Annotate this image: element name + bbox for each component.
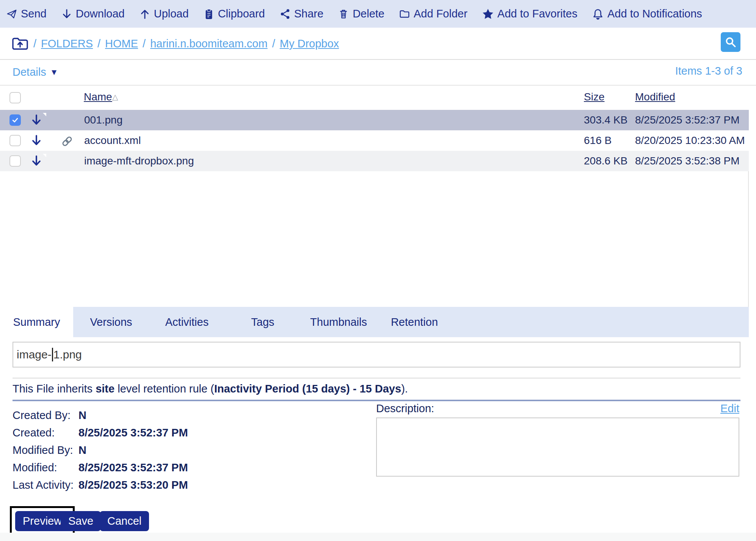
add-to-notifications-button[interactable]: Add to Notifications — [592, 8, 702, 20]
download-button[interactable]: Download — [61, 8, 125, 20]
meta-label: Created: — [13, 427, 78, 439]
upload-button[interactable]: Upload — [139, 8, 189, 20]
select-all-checkbox[interactable] — [9, 92, 21, 103]
breadcrumb-link-user[interactable]: harini.n.boomiteam.com — [150, 38, 267, 50]
filename-text-after-caret: 1.png — [53, 348, 82, 361]
meta-value: 8/25/2025 3:52:37 PM — [78, 461, 188, 474]
breadcrumb-separator: / — [143, 38, 146, 50]
delete-label: Delete — [353, 8, 384, 20]
filename-text-before-caret: image- — [17, 348, 52, 361]
breadcrumb-separator: / — [97, 38, 100, 50]
star-icon — [482, 8, 494, 20]
add-to-favorites-label: Add to Favorites — [497, 8, 577, 20]
add-folder-button[interactable]: Add Folder — [399, 8, 467, 20]
retention-note-text: ). — [401, 383, 408, 395]
mft-file-manager: Send Download Upload Clipboard Share Del… — [0, 0, 756, 541]
meta-label: Modified: — [13, 461, 78, 474]
cancel-button[interactable]: Cancel — [100, 511, 149, 531]
tab-retention[interactable]: Retention — [376, 307, 452, 337]
row-checkbox[interactable] — [9, 155, 21, 167]
meta-label: Last Activity: — [13, 479, 78, 491]
trash-icon — [338, 8, 349, 20]
download-row-icon[interactable] — [30, 114, 43, 128]
add-to-favorites-button[interactable]: Add to Favorites — [482, 8, 577, 20]
description-textarea[interactable] — [376, 417, 739, 477]
file-modified: 8/25/2025 3:52:37 PM — [635, 110, 740, 130]
meta-row-modified: Modified: 8/25/2025 3:52:37 PM — [13, 461, 188, 474]
search-icon — [724, 36, 737, 48]
breadcrumb-separator: / — [272, 38, 275, 50]
meta-label: Created By: — [13, 409, 78, 422]
clipboard-button[interactable]: Clipboard — [203, 8, 265, 20]
tab-tags[interactable]: Tags — [225, 307, 301, 337]
file-name[interactable]: image-mft-dropbox.png — [84, 151, 194, 171]
view-options-row: Details ▼ Items 1-3 of 3 — [0, 60, 756, 86]
tab-versions[interactable]: Versions — [73, 307, 149, 337]
send-button[interactable]: Send — [6, 8, 47, 20]
tab-activities[interactable]: Activities — [149, 307, 225, 337]
meta-row-created: Created: 8/25/2025 3:52:37 PM — [13, 427, 188, 439]
detail-tabs: Summary Versions Activities Tags Thumbna… — [0, 307, 749, 337]
folder-icon — [399, 8, 410, 20]
description-label: Description: — [376, 402, 434, 415]
upload-icon — [139, 8, 151, 20]
check-icon — [11, 116, 19, 124]
save-button[interactable]: Save — [61, 511, 101, 531]
breadcrumb-link-home[interactable]: HOME — [105, 38, 138, 50]
download-label: Download — [76, 8, 125, 20]
divider — [13, 378, 740, 378]
section-divider — [13, 400, 740, 401]
breadcrumb-bar: / FOLDERS / HOME / harini.n.boomiteam.co… — [0, 28, 756, 59]
add-folder-label: Add Folder — [414, 8, 467, 20]
upload-label: Upload — [154, 8, 189, 20]
clipboard-label: Clipboard — [218, 8, 265, 20]
send-label: Send — [21, 8, 47, 20]
items-counter: Items 1-3 of 3 — [675, 65, 742, 77]
file-metadata: Created By: N Created: 8/25/2025 3:52:37… — [13, 409, 188, 496]
meta-row-created-by: Created By: N — [13, 409, 188, 422]
sort-ascending-icon[interactable]: △ — [112, 92, 118, 102]
table-row[interactable]: PNG 001.png 303.4 KB 8/25/2025 3:52:37 P… — [0, 110, 749, 130]
edit-description-link[interactable]: Edit — [720, 402, 739, 415]
download-icon — [61, 8, 72, 20]
breadcrumb-link-my-dropbox[interactable]: My Dropbox — [280, 38, 339, 50]
table-row[interactable]: PNG image-mft-dropbox.png 208.6 KB 8/25/… — [0, 151, 749, 171]
share-icon — [279, 8, 291, 20]
shared-link-icon[interactable] — [61, 135, 74, 149]
search-button[interactable] — [721, 32, 740, 52]
row-checkbox[interactable] — [9, 135, 21, 146]
retention-note: This File inherits site level retention … — [13, 383, 408, 395]
tab-thumbnails[interactable]: Thumbnails — [301, 307, 376, 337]
breadcrumb-separator: / — [33, 38, 36, 50]
share-button[interactable]: Share — [279, 8, 323, 20]
file-name[interactable]: 001.png — [84, 110, 122, 130]
clipboard-icon — [203, 8, 215, 20]
row-checkbox[interactable] — [9, 114, 21, 126]
tab-summary[interactable]: Summary — [0, 307, 73, 337]
share-label: Share — [294, 8, 323, 20]
folder-up-icon[interactable] — [11, 36, 29, 51]
meta-label: Modified By: — [13, 444, 78, 457]
file-size: 208.6 KB — [584, 151, 627, 171]
column-header-name[interactable]: Name — [84, 91, 112, 103]
column-header-size[interactable]: Size — [584, 91, 604, 103]
breadcrumb-link-folders[interactable]: FOLDERS — [41, 38, 93, 50]
retention-note-text: This File inherits — [13, 383, 96, 395]
delete-button[interactable]: Delete — [338, 8, 384, 20]
png-file-icon-label: PNG — [47, 106, 57, 111]
view-mode-dropdown[interactable]: Details ▼ — [13, 66, 58, 78]
toolbar: Send Download Upload Clipboard Share Del… — [0, 0, 756, 28]
meta-row-last-activity: Last Activity: 8/25/2025 3:53:20 PM — [13, 479, 188, 491]
meta-row-modified-by: Modified By: N — [13, 444, 188, 457]
page-footer-area — [0, 533, 756, 541]
filename-input[interactable]: image-1.png — [13, 342, 740, 367]
download-row-icon[interactable] — [30, 134, 43, 149]
table-row[interactable]: account.xml 616 B 8/20/2025 10:23:30 AM — [0, 130, 749, 151]
file-modified: 8/25/2025 3:52:38 PM — [635, 151, 740, 171]
column-header-modified[interactable]: Modified — [635, 91, 675, 103]
file-size: 616 B — [584, 130, 612, 151]
send-icon — [6, 8, 17, 20]
file-size: 303.4 KB — [584, 110, 627, 130]
file-name[interactable]: account.xml — [84, 130, 141, 151]
download-row-icon[interactable] — [30, 155, 43, 169]
